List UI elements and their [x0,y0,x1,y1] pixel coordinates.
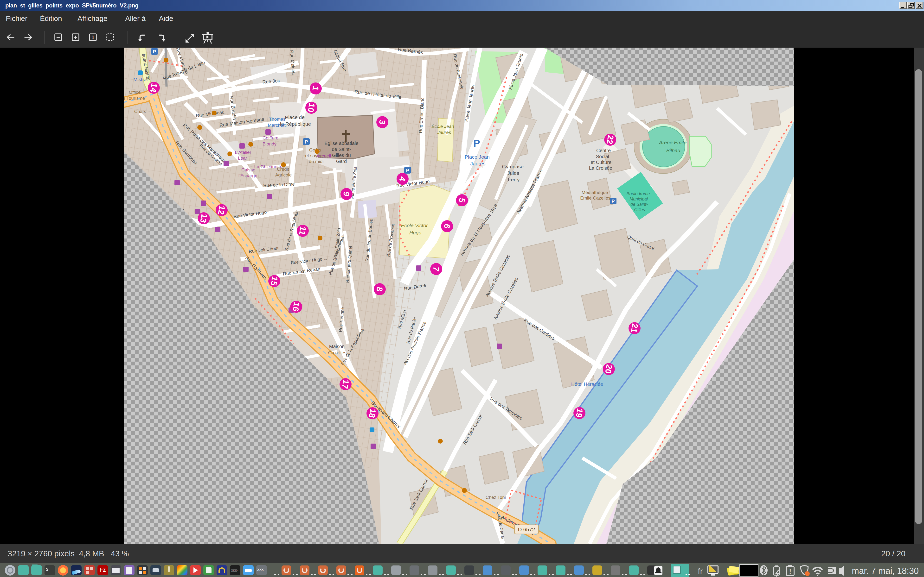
svg-text:de Saint-: de Saint- [630,202,648,207]
svg-text:Cazelles: Cazelles [328,350,347,355]
svg-text:D 6572: D 6572 [518,527,535,532]
svg-text:Bilhau: Bilhau [666,148,680,153]
svg-text:Gilles du: Gilles du [332,153,351,158]
svg-text:et Culturel: et Culturel [591,160,612,165]
svg-text:17: 17 [340,379,351,390]
svg-text:20: 20 [604,364,614,374]
svg-text:Jaurès: Jaurès [437,130,451,135]
svg-text:Église abbatiale: Église abbatiale [325,141,358,146]
svg-text:13: 13 [199,213,209,224]
svg-text:Gilles: Gilles [634,207,645,212]
svg-text:Caisse: Caisse [241,167,255,172]
svg-text:Municipal: Municipal [630,197,648,201]
svg-text:10: 10 [306,102,317,113]
svg-text:École Jean: École Jean [431,124,454,129]
svg-text:21: 21 [629,323,640,334]
svg-text:Lear: Lear [238,156,247,161]
svg-text:La Croisée: La Croisée [589,165,612,171]
svg-text:Gard: Gard [336,159,347,164]
svg-text:Chaix: Chaix [134,109,146,114]
svg-text:!: ! [789,567,791,575]
svg-text:P: P [473,137,480,149]
svg-text:Gymnase: Gymnase [502,164,523,169]
svg-text:Hugo: Hugo [409,230,422,235]
svg-text:16: 16 [291,301,302,312]
svg-text:22: 22 [605,134,615,145]
svg-text:du midi: du midi [309,159,323,164]
svg-text:l'Espargn: l'Espargn [239,173,257,178]
svg-text:Mistral: Mistral [134,77,148,82]
svg-text:e Tourisme: e Tourisme [124,96,145,101]
svg-text:Thomas: Thomas [269,117,286,122]
svg-text:Crédit: Crédit [277,167,289,172]
svg-text:Accueil: Accueil [316,153,331,158]
svg-text:Jules: Jules [507,170,519,176]
svg-text:15: 15 [269,276,279,286]
svg-text:1: 1 [91,34,94,40]
svg-text:P: P [153,49,156,54]
svg-text:P: P [611,198,615,204]
svg-text:Blondy: Blondy [263,141,277,147]
svg-text:11: 11 [297,226,308,236]
svg-text:Office: Office [129,90,141,95]
svg-text:P: P [406,168,409,173]
svg-text:Boulodrome: Boulodrome [626,191,650,196]
svg-text:Arène Émile: Arène Émile [659,140,687,145]
svg-text:Hôtel Héraclée: Hôtel Héraclée [571,382,603,387]
svg-text:Jaurès: Jaurès [470,161,485,166]
svg-text:Marchetti: Marchetti [268,122,287,128]
svg-text:Agricole: Agricole [275,172,292,177]
svg-text:Social: Social [596,154,609,159]
svg-text:de Saint-: de Saint- [332,147,351,152]
svg-text:Médiathèque: Médiathèque [582,190,608,195]
svg-text:P: P [305,139,308,145]
svg-text:Émile Cazelles: Émile Cazelles [580,195,611,200]
svg-text:19: 19 [574,408,585,418]
svg-text:Maison: Maison [329,344,344,349]
svg-text:École Victor: École Victor [401,222,428,228]
svg-text:18: 18 [367,408,378,419]
svg-text:Coiffure: Coiffure [263,135,278,140]
svg-text:Chez Toni: Chez Toni [486,495,506,500]
svg-text:12: 12 [216,205,227,215]
svg-text:Place Jean: Place Jean [465,154,489,160]
svg-text:14: 14 [149,82,159,93]
svg-text:Ferry: Ferry [508,177,520,182]
svg-text:Centre: Centre [596,148,611,153]
svg-text:L'Atelier: L'Atelier [235,150,252,155]
svg-text:Place de: Place de [285,114,305,120]
